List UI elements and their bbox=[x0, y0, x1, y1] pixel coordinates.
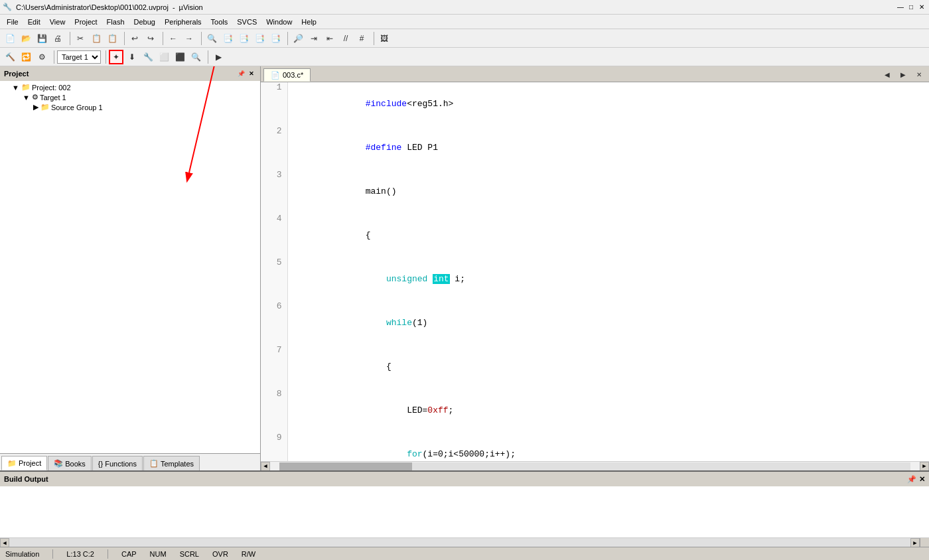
code-line-6[interactable]: while(1) bbox=[287, 301, 929, 345]
unindent-button[interactable]: ⇤ bbox=[322, 31, 337, 46]
bookmark-button[interactable]: 📑 bbox=[220, 31, 235, 46]
batch-build-button[interactable]: ⚙ bbox=[35, 50, 49, 64]
build-scroll-right[interactable]: ▶ bbox=[910, 538, 920, 547]
close-build-button[interactable]: ✕ bbox=[919, 475, 925, 484]
eraser-button[interactable]: ⬜ bbox=[157, 50, 171, 64]
app-name: µVision bbox=[179, 3, 203, 11]
tab-project[interactable]: 📁 Project bbox=[1, 456, 47, 470]
menu-help[interactable]: Help bbox=[297, 17, 321, 27]
code-editor[interactable]: 1 #include<reg51.h> 2 #define LED P1 bbox=[261, 82, 929, 461]
uncomment-button[interactable]: # bbox=[354, 31, 369, 46]
tab-functions[interactable]: {} Functions bbox=[92, 456, 143, 470]
open-button[interactable]: 📂 bbox=[19, 31, 33, 46]
stop-button[interactable]: ⬛ bbox=[173, 50, 187, 64]
rebuild-button[interactable]: 🔁 bbox=[19, 50, 33, 64]
search2-button[interactable]: 🔍 bbox=[188, 50, 203, 64]
build-v-scrollbar[interactable] bbox=[920, 538, 929, 547]
menu-window[interactable]: Window bbox=[262, 17, 296, 27]
panel-header-buttons: 📌 ✕ bbox=[236, 69, 256, 78]
pin-build-button[interactable]: 📌 bbox=[907, 475, 916, 484]
menu-view[interactable]: View bbox=[46, 17, 70, 27]
build-scroll-left[interactable]: ◀ bbox=[0, 538, 9, 547]
status-simulation: Simulation bbox=[5, 550, 39, 558]
tree-item-target[interactable]: ▼ ⚙ Target 1 bbox=[1, 92, 259, 102]
save-button[interactable]: 💾 bbox=[35, 31, 49, 46]
tab-books[interactable]: 📚 Books bbox=[48, 456, 92, 470]
maximize-button[interactable]: □ bbox=[906, 3, 916, 12]
download-button[interactable]: ⬇ bbox=[125, 50, 139, 64]
rw-label: R/W bbox=[242, 550, 255, 558]
tree-item-project[interactable]: ▼ 📁 Project: 002 bbox=[1, 82, 259, 92]
save-all-button[interactable]: 🖨 bbox=[50, 31, 65, 46]
copy-button[interactable]: 📋 bbox=[89, 31, 104, 46]
code-line-9[interactable]: for(i=0;i<50000;i++); bbox=[287, 433, 929, 461]
menu-debug[interactable]: Debug bbox=[130, 17, 159, 27]
title-text: 🔧 C:\Users\Administrator\Desktop\001\002… bbox=[3, 3, 896, 11]
target-selector[interactable]: Target 1 bbox=[57, 50, 101, 64]
code-row-5: 5 unsigned int i; bbox=[261, 257, 929, 301]
pin-button[interactable]: 📌 bbox=[236, 69, 246, 78]
find-button[interactable]: 🔍 bbox=[204, 31, 219, 46]
tree-item-source-group[interactable]: ▶ 📁 Source Group 1 bbox=[1, 102, 259, 112]
code-line-5[interactable]: unsigned int i; bbox=[287, 257, 929, 301]
build-target-button[interactable]: 🔨 bbox=[3, 50, 17, 64]
start-debug-button[interactable]: ▶ bbox=[211, 50, 226, 64]
build-output-panel: Build Output 📌 ✕ ◀ ▶ bbox=[0, 470, 929, 547]
code-line-2[interactable]: #define LED P1 bbox=[287, 126, 929, 170]
tab-close[interactable]: ✕ bbox=[912, 67, 926, 82]
build-h-scrollbar[interactable]: ◀ ▶ bbox=[0, 537, 929, 547]
close-panel-button[interactable]: ✕ bbox=[247, 69, 256, 78]
close-button[interactable]: ✕ bbox=[917, 3, 926, 12]
menu-edit[interactable]: Edit bbox=[24, 17, 44, 27]
scroll-left-button[interactable]: ◀ bbox=[261, 462, 270, 471]
code-line-3[interactable]: main() bbox=[287, 170, 929, 214]
code-line-4[interactable]: { bbox=[287, 214, 929, 257]
toolbar-sep-5 bbox=[285, 32, 288, 45]
source-group-label: Source Group 1 bbox=[51, 104, 103, 111]
cut-button[interactable]: ✂ bbox=[73, 31, 88, 46]
menu-peripherals[interactable]: Peripherals bbox=[161, 17, 206, 27]
code-line-1[interactable]: #include<reg51.h> bbox=[287, 82, 929, 126]
clear-bookmarks-button[interactable]: 📑 bbox=[268, 31, 283, 46]
title-bar: 🔧 C:\Users\Administrator\Desktop\001\002… bbox=[0, 0, 929, 15]
menu-project[interactable]: Project bbox=[70, 17, 101, 27]
tab-scroll-left[interactable]: ◀ bbox=[880, 67, 894, 82]
code-row-7: 7 { bbox=[261, 345, 929, 389]
h-scrollbar-track[interactable] bbox=[279, 462, 910, 470]
scroll-right-button[interactable]: ▶ bbox=[920, 462, 929, 471]
build-scroll-track[interactable] bbox=[9, 538, 910, 547]
magic-wand-button[interactable]: ✦ bbox=[109, 50, 123, 64]
tab-functions-label: Functions bbox=[105, 460, 137, 468]
new-file-button[interactable]: 📄 bbox=[3, 31, 17, 46]
nav-forward-button[interactable]: → bbox=[182, 31, 196, 46]
status-rw: R/W bbox=[242, 550, 255, 558]
expand-icon-project: ▼ bbox=[12, 84, 19, 92]
next-bookmark-button[interactable]: 📑 bbox=[252, 31, 267, 46]
nav-back-button[interactable]: ← bbox=[166, 31, 180, 46]
zoom-button[interactable]: 🔎 bbox=[291, 31, 305, 46]
settings-button[interactable]: 🔧 bbox=[141, 50, 155, 64]
redo-button[interactable]: ↪ bbox=[143, 31, 158, 46]
prev-bookmark-button[interactable]: 📑 bbox=[236, 31, 251, 46]
code-row-3: 3 main() bbox=[261, 170, 929, 214]
tab-templates-icon: 📋 bbox=[149, 459, 159, 468]
comment-button[interactable]: // bbox=[338, 31, 353, 46]
paste-button[interactable]: 📋 bbox=[105, 31, 119, 46]
menu-file[interactable]: File bbox=[3, 17, 23, 27]
menu-tools[interactable]: Tools bbox=[207, 17, 232, 27]
tab-scroll-right[interactable]: ▶ bbox=[896, 67, 910, 82]
tab-templates[interactable]: 📋 Templates bbox=[143, 456, 200, 470]
image-button[interactable]: 🖼 bbox=[377, 31, 392, 46]
num-label: NUM bbox=[150, 550, 167, 558]
code-line-8[interactable]: LED=0xff; bbox=[287, 389, 929, 433]
undo-button[interactable]: ↩ bbox=[127, 31, 142, 46]
menu-svcs[interactable]: SVCS bbox=[233, 17, 261, 27]
editor-h-scrollbar[interactable]: ◀ ▶ bbox=[261, 461, 929, 470]
minimize-button[interactable]: — bbox=[896, 3, 905, 12]
editor-tab-003c[interactable]: 📄 003.c* bbox=[263, 68, 311, 82]
indent-button[interactable]: ⇥ bbox=[307, 31, 321, 46]
code-line-7[interactable]: { bbox=[287, 345, 929, 389]
line-num-9: 9 bbox=[261, 433, 287, 461]
h-scrollbar-thumb[interactable] bbox=[279, 462, 412, 470]
menu-flash[interactable]: Flash bbox=[103, 17, 129, 27]
